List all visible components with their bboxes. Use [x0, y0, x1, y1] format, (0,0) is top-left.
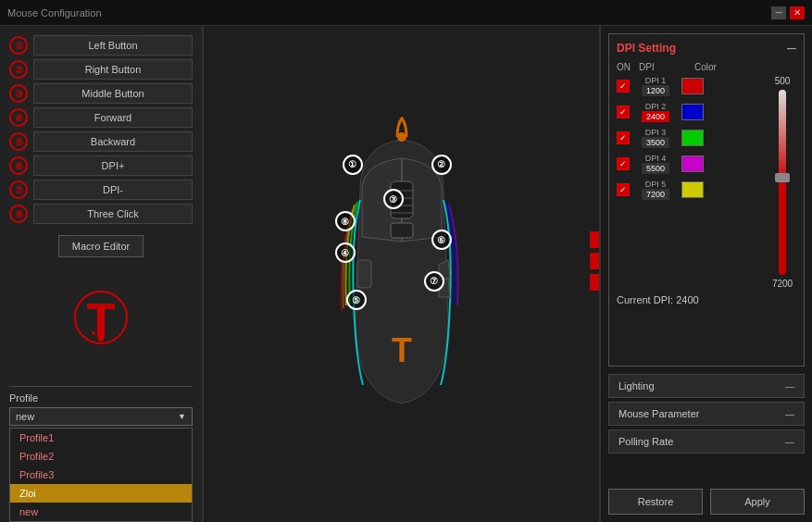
dpi-name-val-5: DPI 5 7200 [631, 180, 680, 200]
section-label: Lighting [618, 380, 655, 392]
button-label[interactable]: Right Button [33, 59, 193, 80]
checkmark-icon: ✓ [619, 185, 627, 194]
dpi-color-swatch-4[interactable] [681, 155, 704, 172]
deco-bar [590, 253, 599, 269]
button-row: ② Right Button [9, 59, 193, 80]
deco-bar [590, 274, 599, 291]
dpi-setting-title: DPI Setting — [617, 42, 796, 55]
button-label[interactable]: DPI- [33, 180, 193, 200]
button-row: ④ Forward [9, 107, 193, 128]
dpi-name: DPI 3 [645, 128, 667, 137]
center-panel: T ① ② ③ ④ ⑤ ⑥ ⑦ ⑧ [204, 26, 599, 522]
dpi-value: 1200 [642, 85, 669, 96]
dpi-header-row: ON DPI Color [617, 62, 796, 72]
button-label[interactable]: Middle Button [33, 83, 193, 104]
profile-list: Profile1Profile2Profile3Zloinew [9, 428, 193, 522]
main-content: ① Left Button ② Right Button ③ Middle Bu… [0, 26, 812, 522]
dpi-color-swatch-3[interactable] [681, 130, 704, 146]
dpi-slider-track[interactable] [779, 90, 786, 275]
section-row-mouse-parameter[interactable]: Mouse Parameter — [608, 402, 805, 426]
profile-current-value: new [16, 411, 34, 422]
profile-list-item[interactable]: Profile2 [10, 447, 192, 466]
mouse-marker-5: ⑤ [346, 290, 367, 310]
macro-editor-button[interactable]: Macro Editor [58, 235, 144, 257]
dpi-color-swatch-2[interactable] [681, 104, 704, 120]
button-number: ⑦ [9, 180, 28, 199]
mouse-diagram: T ① ② ③ ④ ⑤ ⑥ ⑦ ⑧ [309, 117, 494, 431]
dpi-name-val-4: DPI 4 5500 [631, 154, 680, 174]
dpi-value: 2400 [642, 111, 669, 122]
dpi-row-2: ✓ DPI 2 2400 [617, 102, 761, 122]
section-row-polling-rate[interactable]: Polling Rate — [608, 429, 805, 454]
section-row-lighting[interactable]: Lighting — [608, 374, 805, 398]
dpi-checkbox-1[interactable]: ✓ [617, 80, 630, 93]
checkmark-icon: ✓ [619, 133, 627, 143]
profile-list-item[interactable]: new [10, 503, 192, 521]
dpi-name: DPI 5 [645, 180, 667, 189]
dpi-header-color: Color [694, 62, 741, 72]
button-number: ⑤ [9, 132, 28, 151]
dpi-slider-top-value: 500 [775, 76, 791, 86]
dpi-row-4: ✓ DPI 4 5500 [617, 154, 761, 174]
dpi-row-3: ✓ DPI 3 3500 [617, 128, 761, 148]
restore-button[interactable]: Restore [608, 489, 703, 515]
button-label[interactable]: Forward [33, 107, 193, 128]
dpi-value: 3500 [642, 137, 669, 148]
mouse-marker-2: ② [431, 155, 452, 175]
apply-button[interactable]: Apply [710, 489, 805, 515]
svg-point-2 [92, 331, 95, 335]
button-row: ① Left Button [9, 35, 193, 56]
button-label[interactable]: Three Click [33, 204, 193, 224]
dpi-checkbox-2[interactable]: ✓ [617, 106, 630, 118]
profile-list-item[interactable]: Profile1 [10, 429, 192, 447]
dpi-rows: ✓ DPI 1 1200 ✓ DPI 2 2400 ✓ DPI 3 3500 ✓… [617, 76, 761, 289]
profile-list-item[interactable]: Profile3 [10, 466, 192, 484]
profile-dropdown[interactable]: new ▼ [9, 407, 193, 426]
dpi-row-1: ✓ DPI 1 1200 [617, 76, 761, 96]
button-number: ② [9, 60, 28, 79]
button-row: ⑤ Backward [9, 131, 193, 152]
chevron-down-icon: ▼ [178, 412, 186, 421]
sections-list: Lighting — Mouse Parameter — Polling Rat… [601, 374, 812, 457]
dpi-checkbox-4[interactable]: ✓ [617, 157, 630, 170]
current-dpi-display: Current DPI: 2400 [617, 294, 796, 305]
dpi-color-swatch-1[interactable] [681, 78, 704, 94]
dpi-checkbox-5[interactable]: ✓ [617, 183, 630, 196]
button-label[interactable]: DPI+ [33, 155, 193, 176]
checkmark-icon: ✓ [619, 159, 627, 168]
dpi-slider-thumb[interactable] [775, 173, 790, 182]
mouse-svg: T [309, 117, 494, 431]
button-number: ⑧ [9, 205, 28, 223]
dpi-name-val-3: DPI 3 3500 [631, 128, 680, 148]
dpi-header-dpi: DPI [639, 62, 694, 72]
dpi-slider-track-area: 500 7200 [768, 76, 796, 289]
dpi-row-5: ✓ DPI 5 7200 [617, 180, 761, 200]
logo-area [9, 257, 193, 386]
profile-list-item[interactable]: Zloi [10, 484, 192, 503]
dpi-color-swatch-5[interactable] [681, 181, 704, 198]
dpi-title-dash: — [787, 44, 796, 54]
button-label[interactable]: Left Button [33, 35, 193, 56]
app-title: Mouse Configuration [7, 7, 102, 19]
svg-text:T: T [392, 331, 412, 369]
close-button[interactable]: ✕ [790, 6, 805, 19]
dpi-checkbox-3[interactable]: ✓ [617, 131, 630, 144]
left-panel: ① Left Button ② Right Button ③ Middle Bu… [0, 26, 204, 522]
svg-rect-11 [357, 260, 371, 288]
checkmark-icon: ✓ [619, 107, 627, 117]
button-number: ① [9, 36, 28, 55]
profile-section: Profile new ▼ Profile1Profile2Profile3Zl… [9, 386, 193, 522]
mouse-marker-1: ① [343, 155, 363, 175]
button-number: ③ [9, 84, 28, 103]
section-label: Mouse Parameter [618, 408, 699, 419]
checkmark-icon: ✓ [619, 81, 627, 91]
svg-rect-10 [391, 223, 413, 238]
profile-label: Profile [9, 392, 193, 404]
minimize-button[interactable]: ─ [771, 6, 786, 19]
right-side-decoration [590, 231, 599, 291]
dpi-slider-bottom-value: 7200 [772, 279, 793, 289]
dpi-setting-box: DPI Setting — ON DPI Color ✓ DPI 1 1200 … [608, 33, 805, 367]
section-arrow-icon: — [785, 381, 794, 392]
section-label: Polling Rate [618, 436, 673, 447]
button-label[interactable]: Backward [33, 131, 193, 152]
